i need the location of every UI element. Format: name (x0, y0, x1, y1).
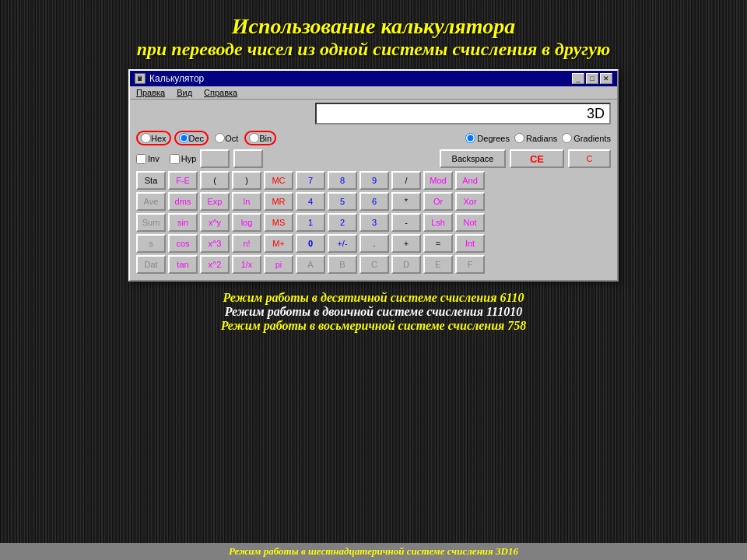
s-button[interactable]: s (136, 234, 166, 253)
bottom-line3: Режим работы в восьмеричной системе счис… (221, 319, 527, 333)
b-button[interactable]: B (328, 255, 357, 274)
dot-button[interactable]: . (359, 234, 389, 253)
menu-edit[interactable]: Правка (136, 88, 165, 97)
xor-button[interactable]: Xor (455, 192, 485, 211)
inv-checkbox[interactable] (136, 154, 146, 164)
xsquare-button[interactable]: x^2 (200, 255, 230, 274)
btn-row-3: Sum sin x^y log MS 1 2 3 - Lsh Not (136, 213, 611, 232)
maximize-button[interactable]: □ (586, 73, 598, 84)
title-line1: Использование калькулятора (137, 14, 611, 39)
mplus-button[interactable]: M+ (264, 234, 293, 253)
mr-button[interactable]: MR (264, 192, 293, 211)
inv-container[interactable]: Inv (136, 154, 160, 164)
titlebar-left: 🖩 Калькулятор (135, 73, 204, 84)
bottom-bar-text: Режим работы в шестнадцатеричной системе… (229, 545, 518, 557)
display-area: 3D (130, 100, 617, 128)
exp-button[interactable]: Exp (200, 192, 230, 211)
sum-button[interactable]: Sum (136, 213, 166, 232)
6-button[interactable]: 6 (359, 192, 389, 211)
ce-button[interactable]: CE (510, 149, 564, 168)
bottom-line1: Режим работы в десятичной системе счисле… (221, 291, 527, 305)
or-button[interactable]: Or (423, 192, 453, 211)
log-button[interactable]: log (232, 213, 261, 232)
not-button[interactable]: Not (455, 213, 485, 232)
ln-button[interactable]: ln (232, 192, 261, 211)
degrees-container[interactable]: Degrees (465, 133, 510, 143)
xcube-button[interactable]: x^3 (200, 234, 230, 253)
4-button[interactable]: 4 (296, 192, 325, 211)
rparen-button[interactable]: ) (232, 171, 261, 190)
hyp-label: Hyp (181, 154, 197, 163)
and-button[interactable]: And (455, 171, 485, 190)
mod-button[interactable]: Mod (423, 171, 453, 190)
gradients-container[interactable]: Gradients (562, 133, 611, 143)
cos-button[interactable]: cos (168, 234, 198, 253)
7-button[interactable]: 7 (296, 171, 325, 190)
add-button[interactable]: + (391, 234, 421, 253)
recip-button[interactable]: 1/x (232, 255, 261, 274)
degrees-radio[interactable] (465, 133, 475, 143)
blank-btn-2[interactable] (233, 149, 263, 168)
dat-button[interactable]: Dat (136, 255, 166, 274)
dec-radio[interactable] (179, 133, 189, 143)
0-button[interactable]: 0 (296, 234, 325, 253)
lparen-button[interactable]: ( (200, 171, 230, 190)
xpowy-button[interactable]: x^y (200, 213, 230, 232)
ms-button[interactable]: MS (264, 213, 293, 232)
int-button[interactable]: Int (455, 234, 485, 253)
menu-view[interactable]: Вид (177, 88, 192, 97)
div-button[interactable]: / (391, 171, 421, 190)
mc-button[interactable]: MC (264, 171, 293, 190)
f-button[interactable]: F (455, 255, 485, 274)
gradients-radio[interactable] (562, 133, 572, 143)
dms-button[interactable]: dms (168, 192, 198, 211)
minimize-button[interactable]: _ (572, 73, 584, 84)
radians-container[interactable]: Radians (514, 133, 557, 143)
8-button[interactable]: 8 (328, 171, 357, 190)
nfact-button[interactable]: n! (232, 234, 261, 253)
d-button[interactable]: D (391, 255, 421, 274)
sta-button[interactable]: Sta (136, 171, 166, 190)
menu-help[interactable]: Справка (204, 88, 237, 97)
bottom-bar: Режим работы в шестнадцатеричной системе… (0, 543, 747, 560)
tan-button[interactable]: tan (168, 255, 198, 274)
oct-radio-container[interactable]: Oct (212, 132, 241, 144)
2-button[interactable]: 2 (328, 213, 357, 232)
a-button[interactable]: A (296, 255, 325, 274)
bin-radio[interactable] (249, 133, 259, 143)
backspace-button[interactable]: Backspace (440, 149, 506, 168)
sin-button[interactable]: sin (168, 213, 198, 232)
oct-label: Oct (225, 134, 238, 143)
bin-radio-container[interactable]: Bin (244, 131, 276, 145)
radians-label: Radians (526, 134, 557, 143)
hex-radio[interactable] (141, 133, 151, 143)
blank-btn-1[interactable] (200, 149, 230, 168)
bottom-line2: Режим работы в двоичной системе счислени… (221, 305, 527, 319)
dec-radio-container[interactable]: Dec (174, 131, 209, 145)
oct-radio[interactable] (215, 133, 225, 143)
plusminus-button[interactable]: +/- (328, 234, 357, 253)
lsh-button[interactable]: Lsh (423, 213, 453, 232)
c-button[interactable]: C (568, 149, 611, 168)
title-line2: при переводе чисел из одной системы счис… (137, 39, 611, 60)
mul-button[interactable]: * (391, 192, 421, 211)
hex-label: Hex (151, 134, 167, 143)
ave-button[interactable]: Ave (136, 192, 166, 211)
equals-button[interactable]: = (423, 234, 453, 253)
fe-button[interactable]: F-E (168, 171, 198, 190)
hex-radio-container[interactable]: Hex (136, 131, 171, 145)
hyp-checkbox[interactable] (170, 154, 180, 164)
5-button[interactable]: 5 (328, 192, 357, 211)
1-button[interactable]: 1 (296, 213, 325, 232)
e-button[interactable]: E (423, 255, 453, 274)
pi-button[interactable]: pi (264, 255, 293, 274)
close-button[interactable]: ✕ (600, 73, 612, 84)
radio-row: Hex Dec Oct Bin (136, 131, 611, 145)
3-button[interactable]: 3 (359, 213, 389, 232)
radians-radio[interactable] (514, 133, 524, 143)
9-button[interactable]: 9 (359, 171, 389, 190)
bottom-text: Режим работы в десятичной системе счисле… (221, 291, 527, 333)
hyp-container[interactable]: Hyp (170, 154, 197, 164)
c-hex-button[interactable]: C (359, 255, 389, 274)
sub-button[interactable]: - (391, 213, 421, 232)
